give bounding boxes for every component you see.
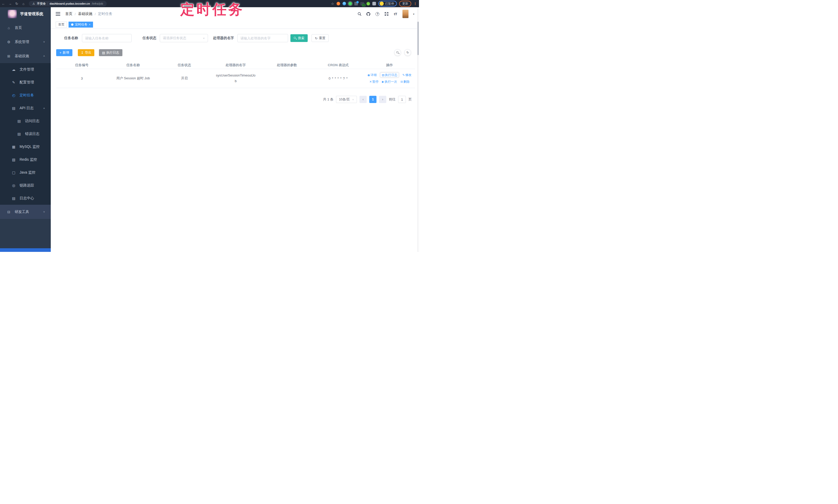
sidebar-item-file-management[interactable]: ☁ 文件管理 (0, 63, 51, 76)
page-scrollbar[interactable] (417, 7, 419, 252)
bookmark-star-icon[interactable]: ☆ (331, 2, 334, 6)
sidebar-item-redis-monitor[interactable]: ▧ Redis 监控 (0, 153, 51, 166)
page-unit-label: 页 (408, 97, 412, 102)
browser-back-icon[interactable]: ← (0, 2, 7, 6)
github-icon[interactable] (366, 12, 371, 16)
sidebar-item-java-monitor[interactable]: ▢ Java 监控 (0, 166, 51, 179)
eye-icon: ◉ (367, 73, 370, 76)
col-handler-name: 处理器的名字 (210, 62, 261, 69)
browser-menu-kebab-icon[interactable]: ⋮ (414, 2, 417, 6)
sidebar-item-dev-tools[interactable]: ⊟ 研发工具 ∨ (0, 205, 51, 219)
app-shell: 芋道管理系统 ⌂ 首页 ⚙ 系统管理 ∨ ⊞ 基础设施 ∧ ☁ 文件管理 ✎ (0, 7, 419, 252)
row-execution-log-link[interactable]: ▤执行日志 (380, 72, 399, 77)
breadcrumb-infrastructure[interactable]: 基础设施 (78, 12, 92, 16)
delete-link[interactable]: ⊟删除 (400, 80, 409, 84)
not-secure-label: 不安全 (37, 2, 46, 6)
pause-link[interactable]: ✕暂停 (369, 80, 378, 84)
sidebar-collapse-icon[interactable] (56, 12, 60, 16)
sidebar-item-mysql-monitor[interactable]: ▦ MySQL 监控 (0, 140, 51, 153)
sidebar-item-label: 首页 (15, 25, 22, 30)
goto-page-input[interactable] (398, 96, 406, 103)
edit-link[interactable]: ✎修改 (402, 73, 412, 77)
extension-blue-icon[interactable] (343, 2, 346, 5)
sidebar-item-home[interactable]: ⌂ 首页 (0, 21, 51, 35)
sidebar-bottom-strip (0, 248, 51, 252)
task-name-input[interactable] (82, 34, 132, 42)
address-bar[interactable]: ⚠ 不安全 dashboard.yudao.iocoder.cn/infra/j… (29, 1, 107, 6)
col-handler-param: 处理器的参数 (261, 62, 313, 69)
log-icon: ▤ (11, 196, 16, 200)
cloud-upload-icon: ☁ (11, 68, 16, 72)
sidebar-item-access-log[interactable]: ▤ 访问日志 (0, 114, 51, 127)
close-icon[interactable]: × (89, 23, 90, 26)
fullscreen-icon[interactable] (384, 12, 389, 16)
browser-toolbar-right: ☆ on 已暂停 更新 ⋮ (331, 1, 419, 7)
prev-page-button[interactable]: ‹ (360, 96, 367, 103)
monitor-icon: ⊞ (6, 54, 11, 58)
sidebar-item-infrastructure[interactable]: ⊞ 基础设施 ∧ (0, 49, 51, 63)
font-size-icon[interactable]: tT (393, 12, 398, 16)
database-icon: ▦ (11, 145, 16, 149)
scrollbar-thumb[interactable] (417, 22, 419, 55)
sidebar-item-api-log[interactable]: ▤ API 日志 ∧ (0, 102, 51, 114)
tag-scheduled-tasks[interactable]: 定时任务 × (69, 22, 93, 28)
browser-forward-icon[interactable]: → (7, 2, 13, 6)
export-button[interactable]: ↧ 导出 (78, 49, 94, 56)
avatar-caret-down-icon[interactable]: ▾ (413, 13, 414, 15)
task-status-select[interactable]: 请选择任务状态 ∨ (160, 34, 208, 42)
sidebar-item-label: 访问日志 (25, 119, 39, 123)
run-once-link[interactable]: ▶执行一次 (382, 80, 397, 84)
sidebar-item-system-management[interactable]: ⚙ 系统管理 ∨ (0, 35, 51, 49)
current-page-button[interactable]: 1 (369, 96, 377, 103)
sidebar-item-error-log[interactable]: ▤ 错误日志 (0, 127, 51, 140)
breadcrumb-home[interactable]: 首页 (65, 12, 72, 16)
browser-reload-icon[interactable]: ↻ (13, 2, 20, 6)
add-button[interactable]: + 新增 (56, 49, 72, 56)
search-button[interactable]: 搜索 (291, 34, 308, 42)
breadcrumb-separator: / (95, 12, 96, 16)
table-row: 3 用户 Session 超时 Job 开启 sysUserSessionTim… (56, 69, 415, 88)
sidebar-item-trace[interactable]: ◎ 链路追踪 (0, 179, 51, 192)
extension-orange-icon[interactable] (336, 2, 340, 5)
extension-green-check-icon[interactable] (348, 2, 352, 5)
profile-emoji-avatar (380, 2, 384, 6)
sidebar-item-config-management[interactable]: ✎ 配置管理 (0, 76, 51, 89)
paused-label: 已暂停 (385, 2, 394, 6)
handler-name-input[interactable] (237, 34, 288, 42)
search-icon[interactable] (357, 12, 362, 16)
cell-task-name: 用户 Session 超时 Job (107, 69, 159, 88)
sidebar-item-log-center[interactable]: ▤ 日志中心 (0, 192, 51, 205)
extension-grid-icon[interactable] (354, 2, 358, 5)
browser-home-icon[interactable]: ⌂ (20, 2, 27, 6)
tag-home[interactable]: 首页 (56, 22, 67, 28)
select-placeholder: 请选择任务状态 (163, 36, 186, 40)
reset-button[interactable]: ↻ 重置 (312, 34, 329, 42)
extensions-puzzle-icon[interactable] (372, 2, 376, 5)
col-task-name: 任务名称 (107, 62, 159, 69)
profile-paused-chip[interactable]: 已暂停 (378, 1, 397, 6)
extension-list-icon[interactable]: on (360, 2, 364, 5)
edit-icon: ✎ (402, 73, 405, 76)
user-avatar[interactable] (402, 10, 409, 18)
download-icon: ↧ (81, 51, 84, 55)
toggle-search-button[interactable] (394, 49, 401, 56)
sidebar-item-scheduled-tasks[interactable]: ◴ 定时任务 (0, 89, 51, 102)
cell-task-id: 3 (56, 69, 107, 88)
col-cron: CRON 表达式 (313, 62, 364, 69)
help-icon[interactable]: ? (375, 12, 380, 16)
page-size-select[interactable]: 10条/页 ∨ (336, 96, 357, 103)
refresh-button[interactable]: ↻ (404, 49, 411, 56)
sidebar-logo[interactable]: 芋道管理系统 (0, 7, 51, 21)
screenshot-stage: ← → ↻ ⌂ ⚠ 不安全 dashboard.yudao.iocoder.cn… (0, 0, 419, 252)
navbar-actions: ? tT ▾ (357, 10, 419, 18)
sidebar-item-label: 研发工具 (15, 210, 29, 214)
chrome-update-button[interactable]: 更新 (399, 1, 411, 7)
extension-plant-icon[interactable] (366, 2, 370, 5)
detail-link[interactable]: ◉详细 (367, 73, 377, 77)
execution-log-button[interactable]: ▤ 执行日志 (99, 49, 122, 56)
pause-icon: ✕ (369, 80, 371, 83)
next-page-button[interactable]: › (379, 96, 386, 103)
task-status-label: 任务状态 (142, 34, 156, 42)
play-icon: ▶ (382, 80, 384, 83)
plus-icon: + (59, 51, 61, 55)
